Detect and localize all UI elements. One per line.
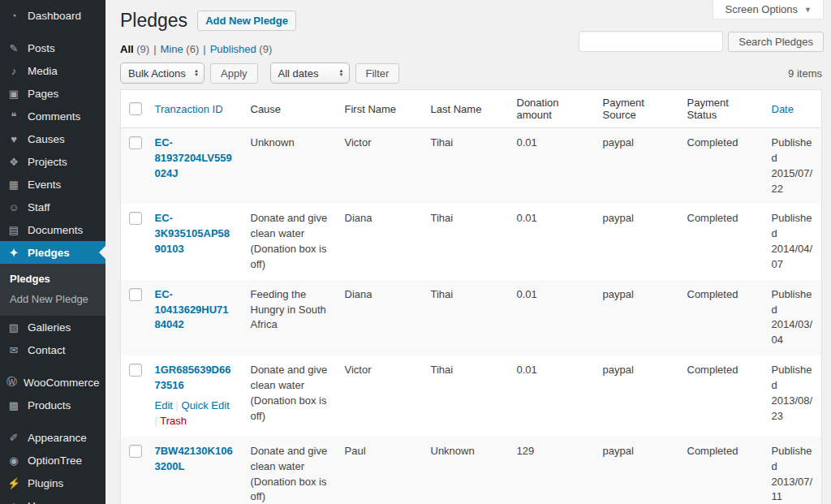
select-all-checkbox[interactable] xyxy=(129,102,142,115)
column-header-donation-amount: Donation amount xyxy=(509,90,595,128)
users-icon: ☻ xyxy=(6,500,21,504)
last-name-cell: Tihai xyxy=(423,204,509,279)
apply-button[interactable]: Apply xyxy=(210,63,258,84)
view-separator: | xyxy=(203,43,205,55)
payment-status-cell: Completed xyxy=(679,280,764,355)
sidebar-item-posts[interactable]: ✎ Posts xyxy=(0,37,105,59)
table-row: EC-81937204LV559024J | | Unknown Victor … xyxy=(121,128,822,205)
first-name-cell: Diana xyxy=(337,280,423,355)
sidebar-item-causes[interactable]: ♥ Causes xyxy=(0,127,105,150)
row-checkbox[interactable] xyxy=(129,136,142,149)
date-cell: Published 2013/07/11 xyxy=(764,437,822,504)
publish-status: Published xyxy=(772,287,814,318)
sidebar-item-events[interactable]: ▦ Events xyxy=(0,173,105,196)
column-header-payment-status: Payment Status xyxy=(679,90,764,128)
filter-button[interactable]: Filter xyxy=(355,63,400,84)
sidebar-item-dashboard[interactable]: ◔ Dashboard xyxy=(0,4,105,27)
table-row: EC-10413629HU7184042 | | Feeding the Hun… xyxy=(121,280,822,355)
payment-status-cell: Completed xyxy=(679,128,764,205)
sidebar-item-pledges[interactable]: ✦ Pledges xyxy=(0,241,105,264)
pages-icon: ▣ xyxy=(6,88,21,100)
pledges-icon: ✦ xyxy=(6,247,21,259)
screen-options-button[interactable]: Screen Options ▼ xyxy=(713,0,824,19)
sidebar-item-comments[interactable]: ❝ Comments xyxy=(0,105,105,127)
submenu-item-pledges[interactable]: Pledges xyxy=(0,269,105,289)
payment-status-cell: Completed xyxy=(679,204,764,279)
sidebar-item-staff[interactable]: ☺ Staff xyxy=(0,196,105,218)
sidebar-item-plugins[interactable]: ⚡ Plugins xyxy=(0,472,105,494)
table-header-row: Tranzaction ID Cause First Name Last Nam… xyxy=(121,90,822,128)
pledge-id-link[interactable]: 7BW42130K1063200L xyxy=(155,445,233,472)
publish-date: 2015/07/22 xyxy=(772,166,814,197)
first-name-cell: Victor xyxy=(337,128,423,205)
bulk-actions-value: Bulk Actions xyxy=(128,67,186,80)
search-box: Search Pledges xyxy=(579,31,824,52)
row-checkbox[interactable] xyxy=(129,288,142,301)
sidebar-item-pages[interactable]: ▣ Pages xyxy=(0,82,105,105)
admin-sidebar: ◔ Dashboard ✎ Posts ♪ Media ▣ Pages ❝ Co… xyxy=(0,0,105,504)
column-header-tranzaction-id[interactable]: Tranzaction ID xyxy=(147,90,243,128)
trash-link[interactable]: Trash xyxy=(160,415,187,427)
row-checkbox[interactable] xyxy=(129,364,142,377)
publish-status: Published xyxy=(772,444,814,475)
edit-link[interactable]: Edit xyxy=(155,399,173,411)
publish-date: 2013/08/23 xyxy=(772,394,814,424)
items-count: 9 items xyxy=(788,67,822,80)
search-input[interactable] xyxy=(579,31,723,52)
pledge-id-link[interactable]: EC-81937204LV559024J xyxy=(155,136,232,179)
payment-status-cell: Completed xyxy=(679,437,764,504)
table-nav: Bulk Actions ▲▼ Apply All dates ▲▼ Filte… xyxy=(120,62,822,84)
quick-edit-link[interactable]: Quick Edit xyxy=(182,399,230,411)
sidebar-item-media[interactable]: ♪ Media xyxy=(0,59,105,82)
donation-amount-cell: 0.01 xyxy=(509,204,595,279)
cause-cell: Feeding the Hungry in South Africa xyxy=(243,280,337,355)
sidebar-item-documents[interactable]: ▤ Documents xyxy=(0,218,105,241)
sidebar-item-projects[interactable]: ❖ Projects xyxy=(0,150,105,173)
sidebar-item-contact[interactable]: ✉ Contact xyxy=(0,338,105,361)
pledge-id-link[interactable]: 1GR685639D6673516 xyxy=(155,364,231,391)
date-cell: Published 2014/04/07 xyxy=(764,204,822,279)
dates-filter-value: All dates xyxy=(278,67,319,80)
last-name-cell: Tihai xyxy=(423,355,509,437)
column-header-date[interactable]: Date xyxy=(764,90,822,128)
date-cell: Published 2014/03/04 xyxy=(764,280,822,355)
sidebar-item-optiontree[interactable]: ◉ OptionTree xyxy=(0,449,105,472)
chevron-down-icon: ▼ xyxy=(804,6,812,14)
publish-status: Published xyxy=(772,363,814,394)
first-name-cell: Victor xyxy=(337,355,423,437)
bulk-actions-select[interactable]: Bulk Actions ▲▼ xyxy=(120,62,205,84)
last-name-cell: Tihai xyxy=(423,280,509,355)
dates-filter-select[interactable]: All dates ▲▼ xyxy=(270,62,350,84)
donation-amount-cell: 0.01 xyxy=(509,280,595,355)
cause-cell: Unknown xyxy=(243,128,337,205)
last-name-cell: Tihai xyxy=(423,128,509,205)
row-checkbox[interactable] xyxy=(129,445,142,458)
row-checkbox[interactable] xyxy=(129,212,142,225)
view-filter-mine[interactable]: Mine (6) xyxy=(161,43,200,55)
date-cell: Published 2013/08/23 xyxy=(764,355,822,437)
table-row: 7BW42130K1063200L | | Donate and give cl… xyxy=(121,437,822,504)
payment-status-cell: Completed xyxy=(679,355,764,437)
view-filter-published[interactable]: Published (9) xyxy=(210,43,273,55)
cause-cell: Donate and give clean water (Donation bo… xyxy=(243,437,337,504)
pledge-id-link[interactable]: EC-3K935105AP5890103 xyxy=(155,212,230,255)
pledge-id-link[interactable]: EC-10413629HU7184042 xyxy=(155,288,229,331)
select-arrows-icon: ▲▼ xyxy=(339,69,344,77)
sidebar-item-woocommerce[interactable]: Ⓦ WooCommerce xyxy=(0,371,105,394)
sidebar-item-galleries[interactable]: ▧ Galleries xyxy=(0,316,105,338)
view-filter-all[interactable]: All (9) xyxy=(120,43,149,55)
first-name-cell: Paul xyxy=(337,437,423,504)
submenu-item-add-new-pledge[interactable]: Add New Pledge xyxy=(0,289,105,309)
add-new-pledge-button[interactable]: Add New Pledge xyxy=(197,11,296,31)
payment-source-cell: paypal xyxy=(595,355,679,437)
sidebar-item-products[interactable]: ▩ Products xyxy=(0,394,105,416)
search-pledges-button[interactable]: Search Pledges xyxy=(728,32,824,52)
sidebar-separator xyxy=(0,416,105,426)
sidebar-item-appearance[interactable]: ✐ Appearance xyxy=(0,426,105,449)
last-name-cell: Unknown xyxy=(423,437,509,504)
dashboard-icon: ◔ xyxy=(6,10,21,22)
page-title: Pledges xyxy=(120,10,187,32)
sidebar-item-users[interactable]: ☻ Users xyxy=(0,494,105,504)
products-icon: ▩ xyxy=(6,399,21,411)
publish-date: 2014/04/07 xyxy=(772,242,814,273)
